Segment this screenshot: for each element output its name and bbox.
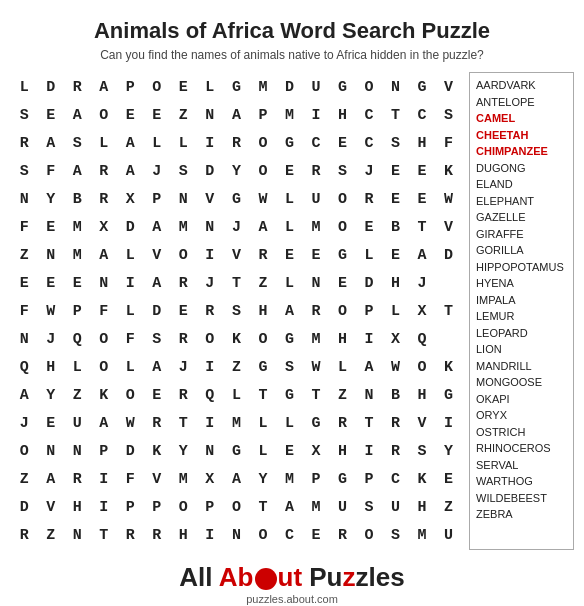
- grid-cell: N: [39, 242, 64, 268]
- grid-cell: O: [251, 326, 276, 352]
- grid-cell: E: [410, 158, 435, 184]
- grid-cell: E: [330, 270, 355, 296]
- word-list-item: CAMEL: [476, 110, 567, 127]
- grid-cell: F: [118, 326, 143, 352]
- grid-cell: R: [251, 242, 276, 268]
- grid-cell: O: [145, 74, 170, 100]
- grid-cell: G: [277, 326, 302, 352]
- grid-cell: D: [145, 298, 170, 324]
- grid-cell: N: [39, 438, 64, 464]
- word-list-item: AARDVARK: [476, 77, 567, 94]
- grid-cell: H: [39, 354, 64, 380]
- grid-cell: L: [277, 214, 302, 240]
- grid-cell: C: [277, 522, 302, 548]
- grid-cell: E: [118, 102, 143, 128]
- grid-cell: L: [277, 410, 302, 436]
- grid-cell: S: [357, 494, 382, 520]
- word-list-item: LEMUR: [476, 308, 567, 325]
- grid-cell: I: [436, 410, 461, 436]
- logo-about: Ab: [219, 562, 254, 592]
- grid-cell: E: [357, 214, 382, 240]
- grid-cell: P: [145, 186, 170, 212]
- grid-cell: E: [12, 270, 37, 296]
- grid-cell: J: [39, 326, 64, 352]
- grid-cell: H: [171, 522, 196, 548]
- grid-cell: E: [304, 522, 329, 548]
- grid-cell: N: [198, 102, 223, 128]
- grid-cell: E: [277, 438, 302, 464]
- grid-cell: L: [65, 354, 90, 380]
- grid-cell: X: [92, 214, 117, 240]
- grid-cell: T: [357, 410, 382, 436]
- grid-cell: Z: [171, 102, 196, 128]
- grid-cell: U: [436, 522, 461, 548]
- grid-cell: A: [39, 466, 64, 492]
- word-list-item: HIPPOPOTAMUS: [476, 259, 567, 276]
- grid-cell: A: [410, 242, 435, 268]
- grid-cell: C: [410, 102, 435, 128]
- grid-cell: G: [330, 466, 355, 492]
- grid-cell: I: [198, 410, 223, 436]
- grid-cell: E: [304, 242, 329, 268]
- grid-cell: P: [118, 494, 143, 520]
- grid-cell: O: [92, 326, 117, 352]
- grid-cell: U: [65, 410, 90, 436]
- grid-cell: V: [224, 242, 249, 268]
- grid-cell: R: [383, 410, 408, 436]
- grid-cell: R: [118, 522, 143, 548]
- grid-cell: S: [12, 158, 37, 184]
- word-list-item: CHIMPANZEE: [476, 143, 567, 160]
- grid-cell: N: [12, 186, 37, 212]
- grid-cell: L: [118, 354, 143, 380]
- grid-cell: L: [251, 410, 276, 436]
- grid-cell: S: [330, 158, 355, 184]
- grid-cell: Z: [12, 242, 37, 268]
- grid-cell: Y: [39, 382, 64, 408]
- grid-cell: V: [145, 242, 170, 268]
- grid-cell: A: [145, 270, 170, 296]
- grid-cell: E: [383, 186, 408, 212]
- logo-zles: zles: [356, 562, 405, 592]
- grid-cell: O: [171, 494, 196, 520]
- grid-cell: B: [383, 382, 408, 408]
- grid-cell: N: [383, 74, 408, 100]
- grid-cell: U: [330, 494, 355, 520]
- grid-cell: L: [12, 74, 37, 100]
- grid-cell: E: [145, 382, 170, 408]
- word-list-item: ANTELOPE: [476, 94, 567, 111]
- grid-cell: W: [251, 186, 276, 212]
- grid-cell: E: [171, 74, 196, 100]
- grid-cell: D: [198, 158, 223, 184]
- grid-cell: P: [357, 298, 382, 324]
- grid-cell: Q: [410, 326, 435, 352]
- grid-cell: D: [436, 242, 461, 268]
- grid-cell: R: [357, 186, 382, 212]
- grid-cell: T: [304, 382, 329, 408]
- grid-cell: E: [65, 270, 90, 296]
- grid-cell: E: [39, 214, 64, 240]
- grid-cell: A: [145, 214, 170, 240]
- grid-cell: V: [436, 214, 461, 240]
- grid-cell: L: [118, 242, 143, 268]
- grid-cell: X: [410, 298, 435, 324]
- grid-cell: H: [410, 494, 435, 520]
- grid-cell: Y: [436, 438, 461, 464]
- grid-cell: L: [198, 74, 223, 100]
- grid-cell: P: [251, 102, 276, 128]
- grid-cell: S: [410, 438, 435, 464]
- grid-cell: T: [383, 102, 408, 128]
- grid-cell: I: [118, 270, 143, 296]
- grid-cell: I: [198, 354, 223, 380]
- grid-cell: D: [357, 270, 382, 296]
- grid-cell: R: [330, 522, 355, 548]
- grid-cell: K: [145, 438, 170, 464]
- grid-cell: R: [224, 130, 249, 156]
- grid-cell: A: [357, 354, 382, 380]
- grid-cell: S: [224, 298, 249, 324]
- grid-cell: V: [436, 74, 461, 100]
- grid-cell: M: [65, 242, 90, 268]
- word-list-item: RHINOCEROS: [476, 440, 567, 457]
- grid-cell: Y: [251, 466, 276, 492]
- grid-cell: J: [410, 270, 435, 296]
- word-list-item: SERVAL: [476, 457, 567, 474]
